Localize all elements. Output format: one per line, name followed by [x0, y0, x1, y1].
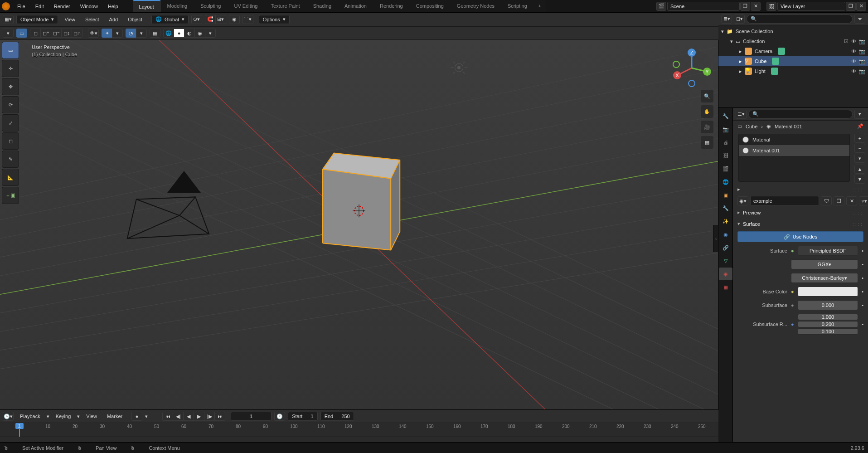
socket-icon[interactable]: ●: [791, 248, 794, 253]
timeline-scrollbar[interactable]: [0, 437, 718, 442]
preview-panel-header[interactable]: Preview ::::: [733, 207, 868, 218]
view3d-menu-view[interactable]: View: [61, 15, 79, 24]
socket-menu-icon[interactable]: •: [862, 248, 863, 253]
properties-editor-icon[interactable]: ☰▾: [736, 110, 747, 119]
menu-file[interactable]: File: [13, 2, 30, 11]
viewlayer-copy-icon[interactable]: ❐: [846, 2, 856, 11]
render-icon[interactable]: 📷: [859, 49, 865, 54]
socket-icon[interactable]: ●: [791, 289, 794, 294]
cursor-tool-icon[interactable]: ▭: [16, 29, 27, 38]
select-extend-icon[interactable]: ◻⁺: [40, 29, 51, 38]
gizmo-options[interactable]: ▾: [112, 29, 123, 38]
jump-end-icon[interactable]: ⏭: [214, 412, 225, 421]
outliner-search[interactable]: 🔍: [747, 15, 853, 24]
nav-gizmo[interactable]: Z Y X: [672, 48, 712, 88]
workspace-tab-modeling[interactable]: Modeling: [161, 0, 194, 12]
viewlayer-name-field[interactable]: View Layer: [777, 2, 845, 11]
subsurface-radius-y[interactable]: 0.200: [798, 321, 858, 327]
menu-help[interactable]: Help: [103, 2, 123, 11]
surface-type-value[interactable]: Principled BSDF: [798, 246, 858, 256]
pin-icon[interactable]: 📌: [857, 123, 863, 129]
tab-data-icon[interactable]: ▽: [719, 254, 732, 267]
play-reverse-icon[interactable]: ◀: [183, 412, 194, 421]
timeline-view[interactable]: View: [82, 412, 101, 421]
subsurface-radius-x[interactable]: 1.000: [798, 314, 858, 320]
workspace-tab-texturepaint[interactable]: Texture Paint: [264, 0, 306, 12]
snap-options[interactable]: ⊞▾: [215, 15, 226, 24]
workspace-tab-layout[interactable]: Layout: [133, 0, 161, 12]
shading-render-icon[interactable]: ◉: [194, 29, 205, 38]
material-slot-down-icon[interactable]: ▼: [854, 175, 865, 184]
shading-options-icon[interactable]: ▾: [205, 29, 216, 38]
workspace-tab-uvediting[interactable]: UV Editing: [228, 0, 264, 12]
workspace-tab-rendering[interactable]: Rendering: [373, 0, 410, 12]
crumb-material[interactable]: Material.001: [775, 124, 802, 129]
gizmo-toggle[interactable]: ✦: [102, 29, 112, 38]
editor-type-icon[interactable]: ▦▾: [3, 15, 14, 24]
outliner-item-cube[interactable]: ▸ ▽ Cube 👁📷: [718, 56, 868, 66]
scene-name-field[interactable]: Scene: [667, 2, 740, 11]
interaction-mode-dropdown[interactable]: Object Mode▾: [16, 15, 58, 24]
material-name-input[interactable]: [750, 196, 819, 206]
tab-output-icon[interactable]: 🖨: [719, 136, 732, 149]
tab-object-icon[interactable]: ▣: [719, 189, 732, 201]
use-nodes-button[interactable]: 🔗Use Nodes: [737, 231, 863, 242]
current-frame-field[interactable]: 1: [231, 412, 272, 421]
distribution-dropdown[interactable]: GGX ▾: [791, 259, 858, 269]
timeline-playback[interactable]: Playback: [16, 412, 44, 421]
tool-move[interactable]: ✥: [2, 78, 19, 95]
viewlayer-browser-icon[interactable]: 🖼: [766, 2, 776, 11]
outliner-filter-icon[interactable]: ⏷: [854, 15, 865, 24]
subsurface-field[interactable]: 0.000: [798, 300, 858, 310]
tool-rotate[interactable]: ⟳: [2, 96, 19, 113]
tool-select-mode-icon[interactable]: ▾: [3, 29, 14, 38]
keyframe-prev-icon[interactable]: ◀|: [173, 412, 184, 421]
scene-browser-icon[interactable]: 🎬: [656, 2, 666, 11]
sss-method-dropdown[interactable]: Christensen-Burley ▾: [791, 273, 858, 283]
tab-render-icon[interactable]: 📷: [719, 123, 732, 136]
pan-icon[interactable]: ✋: [701, 105, 713, 118]
snap-toggle[interactable]: 🧲: [205, 15, 216, 24]
render-icon[interactable]: 📷: [859, 58, 865, 64]
jump-start-icon[interactable]: ⏮: [162, 412, 173, 421]
autokey-toggle[interactable]: ●: [131, 412, 142, 421]
socket-icon[interactable]: ●: [791, 321, 794, 327]
select-set-icon[interactable]: ◻: [30, 29, 41, 38]
workspace-tab-animation[interactable]: Animation: [338, 0, 373, 12]
outliner-editor-icon[interactable]: ≣▾: [721, 15, 732, 24]
workspace-tab-shading[interactable]: Shading: [307, 0, 338, 12]
material-slot-add-icon[interactable]: +: [854, 134, 865, 143]
timeline-marker[interactable]: Marker: [103, 412, 126, 421]
workspace-add-button[interactable]: +: [534, 0, 546, 12]
tool-add-cube[interactable]: ＋▣: [2, 187, 19, 204]
tab-world-icon[interactable]: 🌐: [719, 175, 732, 188]
tool-transform[interactable]: ◻: [2, 132, 19, 150]
tab-texture-icon[interactable]: ▦: [719, 281, 732, 293]
subsurface-radius-z[interactable]: 0.100: [798, 328, 858, 335]
select-intersect-icon[interactable]: ◻∩: [72, 29, 82, 38]
material-link-dropdown[interactable]: ▿▾: [859, 196, 868, 205]
outliner-item-camera[interactable]: ▸ Camera 👁📷: [718, 46, 868, 56]
fakeuser-icon[interactable]: 🛡: [821, 196, 832, 205]
pivot-point-dropdown[interactable]: ⊙▾: [191, 15, 202, 24]
tab-particle-icon[interactable]: ✨: [719, 215, 732, 228]
tab-viewlayer-icon[interactable]: 🖼: [719, 149, 732, 162]
viewlayer-delete-icon[interactable]: ✕: [856, 2, 866, 11]
start-frame-field[interactable]: Start 1: [288, 412, 317, 421]
render-icon[interactable]: 📷: [859, 68, 865, 74]
visibility-icon[interactable]: 👁: [851, 39, 856, 44]
play-icon[interactable]: ▶: [194, 412, 204, 421]
tab-scene-icon[interactable]: 🎬: [719, 162, 732, 175]
material-slot-menu-icon[interactable]: ▾: [854, 154, 865, 163]
keyframe-next-icon[interactable]: |▶: [204, 412, 215, 421]
workspace-tab-sculpting[interactable]: Sculpting: [194, 0, 228, 12]
header-options-dropdown[interactable]: Options ▾: [259, 15, 290, 24]
menu-edit[interactable]: Edit: [31, 2, 48, 11]
shading-solid-icon[interactable]: ●: [174, 29, 184, 38]
material-copy-icon[interactable]: ❐: [834, 196, 844, 205]
outliner-collection[interactable]: ▾▭ Collection ☑👁📷: [718, 36, 868, 46]
visibility-icon[interactable]: 👁: [851, 58, 856, 64]
outliner-scene-collection[interactable]: ▾📁Scene Collection: [718, 26, 868, 36]
timeline-track[interactable]: 1 11020304050607080901001101201301401501…: [0, 423, 718, 437]
view3d-menu-object[interactable]: Object: [124, 15, 146, 24]
